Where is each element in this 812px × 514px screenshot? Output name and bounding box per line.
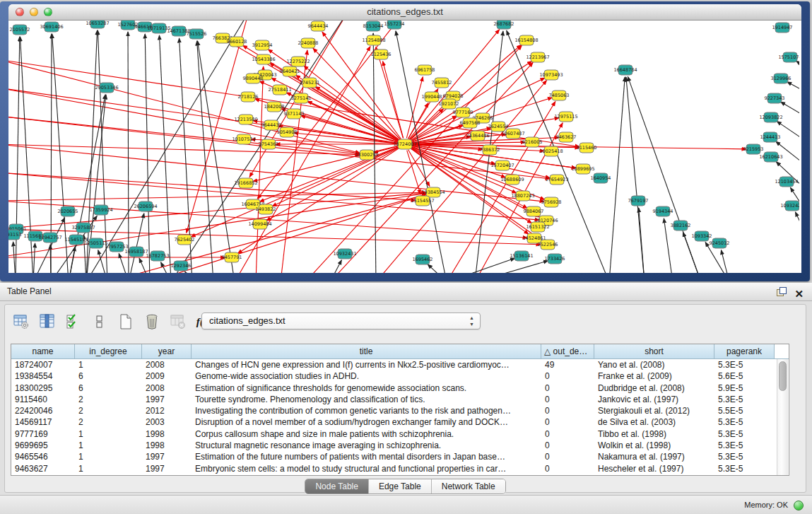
network-node[interactable]: 9115460 bbox=[577, 143, 597, 153]
network-node[interactable]: 30691406 bbox=[40, 22, 63, 32]
network-edge[interactable] bbox=[313, 48, 401, 139]
network-canvas[interactable]: 1872400716154808122139671097349374850631… bbox=[8, 21, 801, 273]
column-header-in_degree[interactable]: in_degree bbox=[75, 344, 142, 358]
network-node[interactable]: 14099484 bbox=[248, 219, 271, 229]
network-node[interactable]: 12213967 bbox=[526, 52, 549, 62]
column-header-year[interactable]: year bbox=[142, 344, 192, 358]
network-node[interactable]: 3912954 bbox=[252, 40, 273, 50]
network-edge[interactable] bbox=[98, 30, 107, 273]
network-edge[interactable] bbox=[781, 102, 799, 119]
delete-rows-icon[interactable] bbox=[143, 313, 161, 331]
network-node[interactable]: 1990448 bbox=[422, 92, 442, 102]
tab-edge-table[interactable]: Edge Table bbox=[369, 479, 432, 493]
network-edge[interactable] bbox=[787, 82, 799, 95]
network-edge[interactable] bbox=[128, 32, 129, 273]
vertical-scrollbar[interactable] bbox=[777, 359, 788, 475]
table-row[interactable]: 911546021997Tourette syndrome. Phenomeno… bbox=[11, 394, 789, 405]
network-edge[interactable] bbox=[33, 243, 35, 273]
network-node[interactable]: 29053346 bbox=[95, 83, 118, 93]
network-edge[interactable] bbox=[628, 76, 701, 273]
network-edge[interactable] bbox=[119, 253, 129, 273]
network-node[interactable]: 17654923 bbox=[545, 175, 568, 185]
network-node[interactable]: 16154808 bbox=[514, 35, 538, 45]
network-node[interactable]: 15751074 bbox=[778, 52, 799, 62]
network-node[interactable]: 1914947 bbox=[772, 23, 793, 33]
network-node[interactable]: 393153 bbox=[8, 230, 21, 240]
column-header-name[interactable]: name bbox=[11, 344, 75, 358]
network-edge[interactable] bbox=[161, 262, 171, 273]
network-node[interactable]: 7455812 bbox=[432, 78, 452, 88]
network-node[interactable]: 12093822 bbox=[759, 112, 782, 122]
network-edge[interactable] bbox=[159, 35, 171, 273]
network-node[interactable]: 7386372 bbox=[480, 145, 500, 155]
network-node[interactable]: 1733426 bbox=[545, 254, 565, 264]
network-node[interactable]: 2105572 bbox=[10, 25, 30, 35]
network-node[interactable]: 9640421 bbox=[280, 66, 300, 76]
new-table-icon[interactable] bbox=[117, 313, 135, 331]
network-edge[interactable] bbox=[8, 144, 360, 155]
network-node[interactable]: 9463627 bbox=[556, 132, 577, 142]
memory-ok-indicator[interactable] bbox=[794, 501, 804, 510]
network-node[interactable]: 6961758 bbox=[415, 65, 435, 75]
tab-network-table[interactable]: Network Table bbox=[432, 479, 505, 493]
network-node[interactable]: 12975115 bbox=[554, 112, 577, 122]
network-edge[interactable] bbox=[145, 34, 150, 273]
network-node[interactable]: 16648784 bbox=[613, 65, 637, 75]
network-edge[interactable] bbox=[609, 77, 625, 273]
network-node[interactable]: 7679197 bbox=[628, 196, 649, 206]
network-node[interactable]: 1842008 bbox=[264, 102, 285, 112]
network-node[interactable]: 10899695 bbox=[571, 164, 594, 174]
window-titlebar[interactable]: citations_edges.txt bbox=[8, 4, 801, 21]
network-node[interactable]: 9194344 bbox=[653, 206, 673, 216]
network-node[interactable]: 10688609 bbox=[500, 175, 524, 185]
network-edge[interactable] bbox=[795, 212, 799, 243]
toggle-rows-icon[interactable] bbox=[90, 313, 109, 331]
table-row[interactable]: 1938455462009Genome-wide association stu… bbox=[11, 370, 789, 382]
network-edge[interactable] bbox=[777, 122, 799, 144]
tab-node-table[interactable]: Node Table bbox=[305, 479, 369, 493]
network-node[interactable]: 7485063 bbox=[549, 90, 570, 100]
float-panel-icon[interactable] bbox=[777, 287, 787, 296]
network-node[interactable]: 10932427 bbox=[780, 201, 799, 211]
network-edge[interactable] bbox=[8, 173, 416, 200]
network-edge[interactable] bbox=[639, 208, 645, 273]
network-node[interactable]: 2240888 bbox=[298, 38, 319, 48]
network-node[interactable]: 1292346 bbox=[171, 261, 192, 271]
network-edge[interactable] bbox=[187, 21, 249, 233]
network-node[interactable]: 17359924 bbox=[89, 205, 112, 215]
table-settings-icon[interactable] bbox=[12, 313, 30, 331]
column-header-short[interactable]: short bbox=[594, 344, 714, 358]
column-header-title[interactable]: title bbox=[192, 344, 541, 358]
network-edge[interactable] bbox=[8, 144, 544, 201]
network-node[interactable]: 9644434 bbox=[308, 21, 329, 31]
select-rows-icon[interactable] bbox=[64, 313, 83, 331]
network-node[interactable]: 2718126 bbox=[238, 92, 259, 102]
network-node[interactable]: 9227343 bbox=[765, 93, 785, 103]
network-node[interactable]: 9245012 bbox=[710, 238, 730, 248]
network-node[interactable]: 3624554 bbox=[488, 122, 509, 132]
network-node[interactable]: 1244413 bbox=[760, 132, 781, 142]
network-node[interactable]: 15136141 bbox=[510, 251, 533, 261]
table-row[interactable]: 977716911998Corpus callosum shape and si… bbox=[11, 428, 789, 440]
table-select-dropdown[interactable]: citations_edges.txt ▲▼ bbox=[201, 313, 481, 329]
table-row[interactable]: 1830029562008Estimation of significance … bbox=[11, 382, 789, 394]
network-node[interactable]: 3129966 bbox=[771, 74, 792, 83]
network-edge[interactable] bbox=[721, 250, 729, 273]
network-edge[interactable] bbox=[185, 271, 192, 273]
network-node[interactable]: 8153044 bbox=[363, 21, 384, 31]
network-node[interactable]: 26206594 bbox=[134, 201, 157, 211]
table-row[interactable]: 1456911722003Disruption of a novel membe… bbox=[11, 416, 789, 428]
network-node[interactable]: 2687682 bbox=[494, 21, 514, 29]
network-node[interactable]: 12103454 bbox=[775, 177, 798, 187]
network-edge[interactable] bbox=[796, 61, 799, 70]
network-node[interactable]: 10653287 bbox=[86, 21, 109, 28]
table-row[interactable]: 1872400712008Changes of HCN gene express… bbox=[11, 359, 789, 370]
network-edge[interactable] bbox=[86, 21, 249, 273]
network-node[interactable]: 11254888 bbox=[362, 35, 385, 45]
column-header-pagerank[interactable]: pagerank bbox=[714, 344, 775, 358]
network-edge[interactable] bbox=[69, 247, 75, 273]
table-row[interactable]: 2242004622012Investigating the contribut… bbox=[11, 405, 789, 416]
network-node[interactable]: 9756928 bbox=[541, 197, 562, 207]
table-row[interactable]: 946362711997Embryonic stem cells: a mode… bbox=[11, 463, 789, 474]
close-panel-icon[interactable]: ✕ bbox=[794, 285, 804, 303]
